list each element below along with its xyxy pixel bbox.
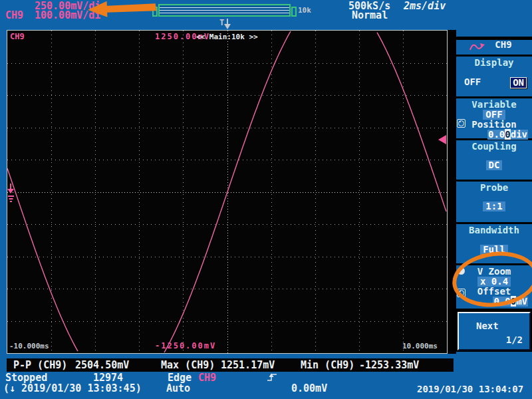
- meas-min-label: Min (CH9): [301, 360, 354, 370]
- channel-menu: CH9 Display OFF ON Variable OFF Position…: [456, 37, 532, 352]
- ch9-trace: [7, 31, 446, 352]
- display-off-option[interactable]: OFF: [464, 77, 481, 88]
- menu-title: CH9: [495, 39, 511, 50]
- trigger-position-marker: T: [219, 19, 231, 29]
- menu-panel-display[interactable]: Display OFF ON: [456, 57, 532, 96]
- trigger-down-arrow-icon: [224, 19, 231, 29]
- coupling-value[interactable]: DC: [486, 160, 503, 170]
- coupling-title: Coupling: [456, 140, 532, 152]
- channel-label: CH9: [5, 11, 23, 21]
- oscilloscope-screen: 250.00mV/di CH9 100.00mV/di 10k 500kS/s …: [0, 0, 532, 399]
- meas-pp-value: 2504.50mV: [75, 360, 129, 370]
- position-label: Position: [456, 120, 532, 130]
- meas-max-label: Max (CH9): [161, 360, 215, 370]
- record-position-bar[interactable]: [158, 4, 291, 17]
- meas-max-value: 1251.17mV: [221, 360, 275, 370]
- menu-header-ch9: CH9: [456, 40, 532, 55]
- probe-title: Probe: [456, 182, 532, 193]
- knob-icon: [457, 289, 466, 297]
- variable-title: Variable: [456, 98, 532, 110]
- record-bar-lines: [160, 5, 289, 15]
- display-on-option[interactable]: ON: [510, 77, 527, 88]
- knob-icon: [457, 119, 466, 128]
- bandwidth-value[interactable]: Full: [480, 245, 508, 255]
- graticule-and-trace: [7, 31, 447, 353]
- record-bar-left-bracket: [152, 7, 158, 17]
- meas-pp-label: P-P (CH9): [13, 360, 67, 370]
- rising-edge-icon: [266, 372, 278, 382]
- menu-panel-vzoom-offset[interactable]: V Zoom x 0.4 Offset 0.00mV: [456, 265, 532, 309]
- variable-value[interactable]: OFF: [483, 110, 505, 120]
- base-scale-readout: 100.00mV/di: [35, 11, 100, 21]
- trigger-level: 0.00mV: [291, 384, 327, 394]
- next-label: Next: [476, 321, 529, 331]
- knob-ball-icon: [458, 267, 465, 275]
- digit-cursor: 0: [505, 129, 510, 140]
- clock-datetime: 2019/01/30 13:04:07: [417, 384, 523, 394]
- menu-panel-probe[interactable]: Probe 1:1: [456, 182, 532, 222]
- next-button[interactable]: Next 1/2: [458, 312, 531, 350]
- graticule-channel-label: CH9: [10, 33, 25, 41]
- display-title: Display: [456, 57, 532, 68]
- vzoom-label: V Zoom: [456, 265, 532, 277]
- waveform-display-area: CH9 1250.00mV << Main:10k >> -10.000ms -…: [7, 30, 448, 354]
- trigger-source: CH9: [198, 373, 216, 383]
- acquisition-count: 12974: [93, 373, 123, 383]
- bandwidth-title: Bandwidth: [456, 224, 532, 235]
- menu-panel-bandwidth[interactable]: Bandwidth Full: [456, 224, 532, 263]
- record-bar-right-bracket: [291, 7, 297, 17]
- zoom-window-label: << Main:10k >>: [196, 33, 258, 41]
- offset-value[interactable]: 0.00mV: [456, 297, 532, 307]
- acquisition-state: Stopped: [5, 373, 47, 383]
- stop-timestamp: (↓ 2019/01/30 13:03:45): [3, 384, 142, 394]
- trigger-t-label: T: [219, 19, 224, 29]
- trigger-mode: Auto: [166, 384, 190, 394]
- time-left-label: -10.000ms: [9, 342, 49, 350]
- probe-value[interactable]: 1:1: [483, 201, 505, 211]
- timebase-readout: 2ms/div: [404, 1, 446, 11]
- menu-panel-next: Next 1/2: [456, 311, 532, 352]
- menu-panel-variable[interactable]: Variable OFF Position 0.00div: [456, 98, 532, 138]
- time-right-label: 10.000ms: [402, 342, 438, 350]
- trigger-type: Edge: [168, 373, 192, 383]
- menu-separator-strip: [448, 30, 456, 354]
- meas-min-value: -1253.33mV: [359, 360, 419, 370]
- trigger-mode-top-readout: Normal: [352, 11, 388, 21]
- digit-cursor: 0: [511, 296, 516, 307]
- vzoom-value[interactable]: x 0.4: [477, 277, 511, 287]
- next-page-indicator: 1/2: [459, 335, 523, 345]
- graticule-bottom-scale: -1250.00mV: [155, 342, 216, 350]
- sine-wave-icon: [468, 43, 485, 52]
- offset-position-marker: [438, 135, 446, 144]
- menu-panel-coupling[interactable]: Coupling DC: [456, 140, 532, 180]
- position-value[interactable]: 0.00div: [456, 130, 532, 140]
- record-length-label: 10k: [298, 7, 311, 14]
- measurement-bar: P-P (CH9) 2504.50mV Max (CH9) 1251.17mV …: [7, 358, 454, 372]
- offset-label: Offset: [456, 287, 532, 297]
